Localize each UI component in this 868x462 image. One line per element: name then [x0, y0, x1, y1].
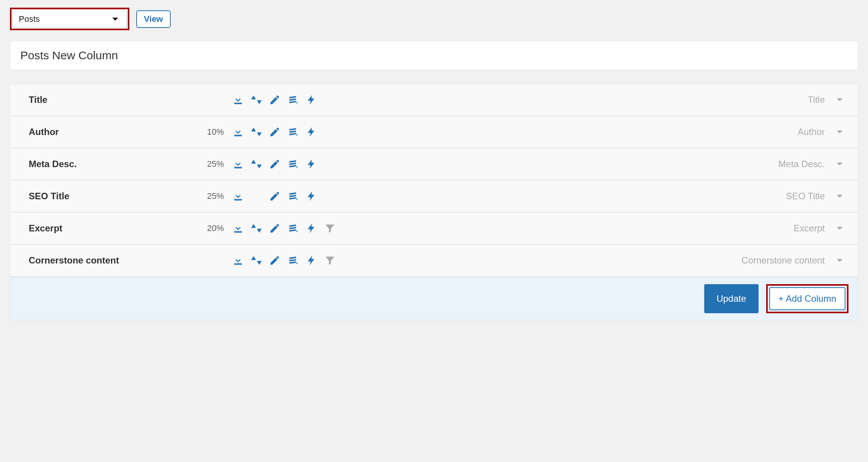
export-icon[interactable]	[232, 94, 244, 106]
bulk-edit-icon[interactable]	[287, 190, 299, 202]
sort-icon[interactable]	[251, 94, 262, 106]
edit-icon[interactable]	[269, 190, 281, 202]
column-type-label: Meta Desc.	[778, 159, 825, 169]
column-row[interactable]: TitleTitle	[10, 84, 858, 116]
sort-icon[interactable]	[251, 126, 262, 138]
columns-table: TitleTitleAuthor10%AuthorMeta Desc.25%Me…	[10, 84, 858, 277]
smart-filter-icon[interactable]	[306, 223, 317, 234]
export-icon[interactable]	[232, 158, 244, 170]
column-label: Author	[29, 127, 189, 137]
filter-icon[interactable]	[324, 255, 336, 266]
column-type-label: Excerpt	[794, 223, 825, 234]
export-icon[interactable]	[232, 190, 244, 202]
edit-icon[interactable]	[269, 126, 281, 138]
post-type-select[interactable]: Posts	[12, 10, 127, 28]
panel-title-bar: Posts New Column	[10, 41, 858, 70]
column-type-label: SEO Title	[786, 191, 825, 202]
column-row[interactable]: SEO Title25%SEO Title	[10, 181, 858, 213]
chevron-down-icon	[834, 126, 845, 138]
column-label: Meta Desc.	[29, 159, 189, 169]
filter-icon[interactable]	[324, 223, 336, 234]
column-width: 25%	[197, 191, 224, 201]
panel-title: Posts New Column	[20, 49, 118, 62]
chevron-down-icon	[834, 223, 845, 234]
column-type-select[interactable]: Title	[346, 94, 845, 106]
column-row[interactable]: Excerpt20%Excerpt	[10, 213, 858, 245]
smart-filter-icon[interactable]	[306, 190, 317, 202]
column-label: SEO Title	[29, 191, 189, 202]
column-feature-icons	[232, 223, 339, 234]
smart-filter-icon[interactable]	[306, 94, 317, 106]
column-type-label: Cornerstone content	[742, 255, 825, 266]
add-column-highlight: + Add Column	[766, 284, 848, 313]
column-feature-icons	[232, 190, 339, 202]
column-type-select[interactable]: SEO Title	[346, 190, 845, 202]
column-feature-icons	[232, 158, 339, 170]
edit-icon[interactable]	[269, 158, 281, 170]
table-footer: Update + Add Column	[10, 277, 858, 320]
column-type-select[interactable]: Cornerstone content	[346, 255, 845, 266]
column-row[interactable]: Meta Desc.25%Meta Desc.	[10, 148, 858, 181]
column-row[interactable]: Cornerstone contentCornerstone content	[10, 245, 858, 277]
view-button[interactable]: View	[136, 10, 171, 28]
column-type-label: Title	[808, 94, 825, 105]
sort-icon[interactable]	[251, 158, 262, 170]
column-type-select[interactable]: Author	[346, 126, 845, 138]
column-type-label: Author	[798, 127, 825, 137]
post-type-highlight: Posts	[10, 8, 129, 30]
export-icon[interactable]	[232, 126, 244, 138]
bulk-edit-icon[interactable]	[287, 158, 299, 170]
update-button[interactable]: Update	[704, 284, 758, 313]
column-width: 10%	[197, 127, 224, 137]
column-label: Cornerstone content	[29, 255, 189, 266]
column-type-select[interactable]: Excerpt	[346, 223, 845, 234]
chevron-down-icon	[834, 255, 845, 266]
chevron-down-icon	[834, 190, 845, 202]
bulk-edit-icon[interactable]	[287, 126, 299, 138]
smart-filter-icon[interactable]	[306, 126, 317, 138]
column-type-select[interactable]: Meta Desc.	[346, 158, 845, 170]
bulk-edit-icon[interactable]	[287, 94, 299, 106]
edit-icon[interactable]	[269, 255, 281, 266]
sort-icon[interactable]	[251, 255, 262, 266]
export-icon[interactable]	[232, 223, 244, 234]
add-column-button[interactable]: + Add Column	[769, 287, 845, 310]
column-feature-icons	[232, 126, 339, 138]
column-width: 25%	[197, 159, 224, 169]
edit-icon[interactable]	[269, 94, 281, 106]
bulk-edit-icon[interactable]	[287, 223, 299, 234]
bulk-edit-icon[interactable]	[287, 255, 299, 266]
column-label: Excerpt	[29, 223, 189, 234]
smart-filter-icon[interactable]	[306, 255, 317, 266]
column-label: Title	[29, 94, 189, 105]
column-feature-icons	[232, 94, 339, 106]
chevron-down-icon	[834, 94, 845, 106]
edit-icon[interactable]	[269, 223, 281, 234]
smart-filter-icon[interactable]	[306, 158, 317, 170]
export-icon[interactable]	[232, 255, 244, 266]
column-width: 20%	[197, 223, 224, 233]
chevron-down-icon	[834, 158, 845, 170]
sort-icon[interactable]	[251, 223, 262, 234]
column-feature-icons	[232, 255, 339, 266]
column-row[interactable]: Author10%Author	[10, 116, 858, 148]
